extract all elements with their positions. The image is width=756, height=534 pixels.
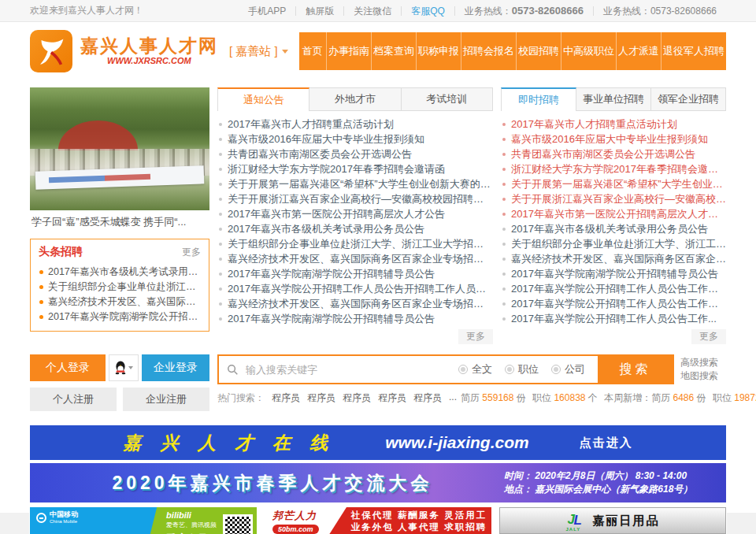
hot-term[interactable]: 程序员 [413, 391, 442, 405]
scope-radio-company[interactable]: 公司 [551, 362, 585, 376]
job-item[interactable]: 共青团嘉兴市南湖区委员会公开选调公告 [501, 146, 726, 161]
spring-jobfair-banner[interactable]: 2020年嘉兴市春季人才交流大会 时间： 2020年2月8日（周六） 8:30 … [30, 463, 726, 502]
banner1-url: www.i-jiaxing.com [385, 433, 528, 452]
notice-item[interactable]: 2017年嘉兴学院南湖学院公开招聘辅导员公告 [217, 311, 493, 326]
notices-more-link[interactable]: 更多 [458, 329, 493, 344]
search-button[interactable]: 搜索 [598, 356, 673, 383]
qq-login-dropdown[interactable] [109, 354, 139, 381]
job-item[interactable]: 2017年嘉兴学院公开招聘工作人员公告工作人员... [501, 281, 726, 296]
notice-item[interactable]: 关于组织部分企事业单位赴浙江大学、浙江工业大学招聘人才的... [217, 236, 493, 251]
company-register-button[interactable]: 企业注册 [123, 388, 209, 411]
topbar-link-app[interactable]: 手机APP [239, 6, 295, 16]
headline-item[interactable]: 关于组织部分企事业单位赴浙江大学... [39, 280, 202, 295]
notice-item[interactable]: 2017年嘉兴学院公开招聘工作人员公告开招聘工作人员公告开... [217, 281, 493, 296]
photo-arch-decor [58, 121, 137, 150]
notice-item[interactable]: 2017年嘉兴学院南湖学院公开招聘辅导员公告 [217, 266, 493, 281]
notice-item[interactable]: 2017年嘉兴市第一医院公开招聘高层次人才公告 [217, 206, 493, 221]
notice-item[interactable]: 嘉兴市级2016年应届大中专毕业生报到须知 [217, 132, 493, 146]
news-photo[interactable] [30, 87, 209, 210]
main-content: 学子回“嘉”感受禾城蝶变 携手同“... 头条招聘 更多 2017年嘉兴市各级机… [30, 87, 726, 344]
hot-search-label: 热门搜索： [217, 391, 265, 405]
tab-instant-jobs[interactable]: 即时招聘 [501, 87, 576, 111]
job-item[interactable]: 2017年嘉兴市各级机关考试录用公务员公告 [501, 221, 726, 236]
nav-veterans[interactable]: 退役军人招聘 [661, 32, 726, 70]
job-item[interactable]: 关于开展浙江嘉兴百家企业高校行—安徽高校校园... [501, 191, 726, 206]
notice-item[interactable]: 共青团嘉兴市南湖区委员会公开选调公告 [217, 146, 493, 161]
ad-china-mobile[interactable]: 中国移动 China Mobile 移动花卡 bilibili 爱奇艺、腾讯视频… [30, 507, 257, 534]
topbar-link-wechat[interactable]: 关注微信 [343, 6, 401, 16]
site-name: 嘉兴人事人才网 [80, 36, 218, 55]
hot-term-ellipsis: ... [449, 391, 457, 405]
personal-login-button[interactable]: 个人登录 [30, 354, 106, 381]
company-login-button[interactable]: 企业登录 [142, 354, 209, 381]
map-search-link[interactable]: 地图搜索 [680, 369, 726, 383]
site-logo-icon[interactable] [30, 30, 72, 72]
notice-tabs: 通知公告 外地才市 考试培训 [217, 87, 493, 111]
nav-campus[interactable]: 校园招聘 [516, 32, 561, 70]
nav-title-apply[interactable]: 职称申报 [416, 32, 461, 70]
headline-item[interactable]: 2017年嘉兴市各级机关考试录用公务... [39, 265, 202, 280]
scope-radio-position[interactable]: 职位 [505, 362, 539, 376]
ads-row: 中国移动 China Mobile 移动花卡 bilibili 爱奇艺、腾讯视频… [30, 507, 726, 534]
notice-item[interactable]: 嘉兴经济技术开发区、嘉兴国际商务区百家企业专场招聘会公告 [217, 251, 493, 266]
ad-right-column: J L JALY 嘉丽日用品 [499, 507, 726, 534]
jiaxing-talent-online-banner[interactable]: 嘉 兴 人 才 在 线 www.i-jiaxing.com 点击进入 [30, 425, 726, 460]
tab-notices[interactable]: 通知公告 [217, 87, 309, 111]
topbar-link-touch[interactable]: 触屏版 [295, 6, 343, 16]
site-title-block[interactable]: 嘉兴人事人才网 WWW.JXRSRC.COM [80, 36, 218, 66]
topbar-link-qq[interactable]: 客服QQ [401, 6, 454, 16]
tab-leading-enterprise[interactable]: 领军企业招聘 [651, 87, 726, 111]
site-header: 嘉兴人事人才网 WWW.JXRSRC.COM [ 嘉善站 ] 首页 办事指南 档… [0, 22, 756, 80]
tab-exam-training[interactable]: 考试培训 [402, 87, 493, 111]
nav-dispatch[interactable]: 人才派遣 [616, 32, 661, 70]
job-item[interactable]: 关于组织部分企事业单位赴浙江大学、浙江工业大... [501, 236, 726, 251]
ad-bangmang[interactable]: 邦芒人力 50bm.com 社保代理 薪酬服务 灵活用工 业务外包 人事代理 求… [265, 507, 491, 534]
notice-item[interactable]: 关于开展浙江嘉兴百家企业高校行—安徽高校校园招聘活动的通... [217, 191, 493, 206]
job-item[interactable]: 2017年嘉兴市第一医院公开招聘高层次人才公告 [501, 206, 726, 221]
banner1-title: 嘉 兴 人 才 在 线 [123, 431, 335, 455]
job-item[interactable]: 2017年嘉兴学院南湖学院公开招聘辅导员公告 [501, 266, 726, 281]
tab-public-institution[interactable]: 事业单位招聘 [576, 87, 651, 111]
notice-item[interactable]: 关于开展第一届嘉兴港区“希望杯”大学生创业创新大赛的通知 [217, 176, 493, 191]
nav-senior-jobs[interactable]: 中高级职位 [561, 32, 616, 70]
page-bottom-left-gap [0, 513, 29, 534]
hot-term[interactable]: 程序员 [307, 391, 335, 405]
search-input[interactable] [244, 363, 458, 376]
nav-home[interactable]: 首页 [299, 32, 326, 70]
china-mobile-logo: 中国移动 China Mobile [36, 511, 78, 525]
qr-code [223, 514, 253, 534]
notice-item[interactable]: 浙江财经大学东方学院2017年春季招聘会邀请函 [217, 161, 493, 176]
personal-register-button[interactable]: 个人注册 [30, 388, 117, 411]
nav-archives[interactable]: 档案查询 [371, 32, 416, 70]
jobs-more-link[interactable]: 更多 [691, 329, 726, 344]
photo-caption[interactable]: 学子回“嘉”感受禾城蝶变 携手同“... [30, 210, 209, 232]
job-item[interactable]: 嘉兴市级2016年应届大中专毕业生报到须知 [501, 132, 726, 146]
notice-item[interactable]: 2017年嘉兴市各级机关考试录用公务员公告 [217, 221, 493, 236]
job-item[interactable]: 2017年嘉兴学院公开招聘工作人员公告工作人员... [501, 296, 726, 311]
job-item[interactable]: 嘉兴经济技术开发区、嘉兴国际商务区百家企业专... [501, 251, 726, 266]
headline-item[interactable]: 嘉兴经济技术开发区、嘉兴国际商务... [39, 295, 202, 310]
nav-guide[interactable]: 办事指南 [326, 32, 371, 70]
job-item[interactable]: 2017年嘉兴市人才招聘重点活动计划 [501, 117, 726, 132]
hot-term[interactable]: 程序员 [272, 391, 300, 405]
banner2-title: 2020年嘉兴市春季人才交流大会 [41, 471, 504, 495]
topbar: 欢迎来到嘉兴人事人才网！ 手机APP 触屏版 关注微信 客服QQ 业务热线：05… [0, 0, 756, 22]
headline-more-link[interactable]: 更多 [182, 246, 201, 259]
station-selector[interactable]: [ 嘉善站 ] [229, 44, 288, 59]
hot-term[interactable]: 程序员 [343, 391, 371, 405]
job-item[interactable]: 2017年嘉兴学院公开招聘工作人员公告工作... [501, 311, 726, 326]
nav-jobfair-signup[interactable]: 招聘会报名 [461, 32, 516, 70]
job-item[interactable]: 关于开展第一届嘉兴港区“希望杯”大学生创业创... [501, 176, 726, 191]
notice-item[interactable]: 嘉兴经济技术开发区、嘉兴国际商务区百家企业专场招聘会公告 [217, 296, 493, 311]
china-mobile-cn: 中国移动 [50, 511, 78, 517]
scope-radio-fulltext[interactable]: 全文 [458, 362, 492, 376]
job-item[interactable]: 浙江财经大学东方学院2017年春季招聘会邀请函 [501, 161, 726, 176]
headline-item[interactable]: 2017年嘉兴学院南湖学院公开招聘辅... [39, 310, 202, 324]
tab-other-city[interactable]: 外地才市 [309, 87, 401, 111]
advanced-search-link[interactable]: 高级搜索 [680, 356, 726, 369]
station-label: [ 嘉善站 ] [229, 44, 278, 59]
ad-jaly[interactable]: J L JALY 嘉丽日用品 [499, 507, 726, 534]
notice-item[interactable]: 2017年嘉兴市人才招聘重点活动计划 [217, 117, 493, 132]
main-nav: 首页 办事指南 档案查询 职称申报 招聘会报名 校园招聘 中高级职位 人才派遣 … [299, 32, 726, 70]
hot-term[interactable]: 程序员 [378, 391, 406, 405]
